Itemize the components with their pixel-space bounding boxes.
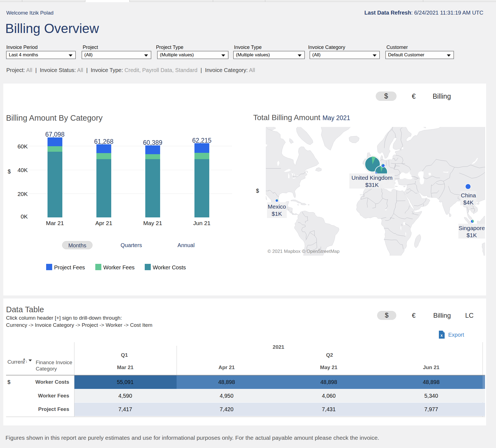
svg-text:x: x <box>441 333 443 338</box>
